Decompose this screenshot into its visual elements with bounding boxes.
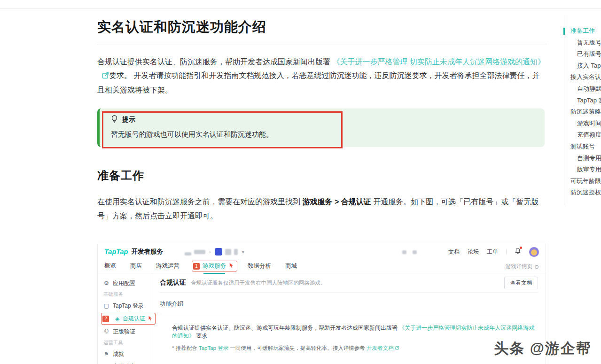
toc-item-test-account[interactable]: 测试账号 (564, 141, 601, 153)
main-content: 实名认证和防沉迷功能介绍 合规认证提供实名认证、防沉迷服务，帮助开发者达成国家新… (97, 8, 547, 364)
step2-highlight-box: 2◈合规认证 (101, 313, 156, 325)
toc-item-integrate-tap[interactable]: 接入 Tap (564, 60, 601, 72)
sidebar-item-achievements: ⚑成就 (103, 348, 152, 360)
tab-store: 商店 (130, 262, 142, 270)
toc-item-recharge-limit[interactable]: 充值额度 (564, 129, 601, 141)
compliance-icon: ◈ (114, 316, 120, 322)
external-link-icon[interactable] (102, 70, 109, 83)
game-app-icon (215, 248, 222, 256)
prep-text-pre: 在使用实名认证和防沉迷服务之前，需要在对应的游戏里找到 (97, 198, 302, 206)
sidebar-item-embedded-moments: ❖内嵌动态 (103, 360, 152, 364)
notice-link[interactable]: 《关于进一步严格管理 切实防止未成年人沉迷网络游戏的通知》 (332, 58, 545, 66)
tip-text: 暂无版号的游戏也可以使用实名认证和防沉迷功能。 (111, 130, 533, 139)
tip-label: 提示 (122, 116, 135, 124)
toc-item-self-test[interactable]: 自测专用 (564, 153, 601, 164)
blurred-block (402, 250, 406, 254)
docs-page: 实名认证和防沉迷功能介绍 合规认证提供实名认证、防沉迷服务，帮助开发者达成国家新… (0, 0, 601, 364)
developer-services-label: 开发者服务 (131, 248, 163, 256)
note-text-mid: 一同使用，可缓解玩家流失，提高转化率。接入详情参考 (228, 345, 367, 351)
copyright-icon: © (103, 328, 109, 335)
preparation-paragraph: 在使用实名认证和防沉迷服务之前，需要在对应的游戏里找到 游戏服务 > 合规认证 … (97, 195, 547, 223)
sidebar-group-operation-tools: 运营工具 (103, 338, 152, 348)
developer-docs-link: 开发者文档 (367, 345, 394, 351)
intro-text-post: 要求。 开发者请按功能指引和开发指南文档规范接入，若恶意绕过防沉迷功能，违反防沉… (97, 71, 539, 94)
tab-mall: 商城 (285, 262, 297, 270)
toc-item-anti-addiction-policy[interactable]: 防沉迷策略 (564, 106, 601, 118)
compliance-subtitle: 合规认证服务仅适用于发售在中国大陆地区的网络游戏。 (191, 279, 326, 287)
console-sidebar: ⚙应用配置 基础服务 ▢TapTap 登录 2◈合规认证 ©正版验证 运营工具 … (98, 273, 152, 364)
small-external-link-icon (394, 345, 399, 351)
tab-game-services: 游戏服务 (203, 262, 226, 270)
forum-link: 论坛 (468, 248, 479, 256)
vertical-divider (506, 249, 507, 255)
intro-text-pre: 合规认证提供实名认证、防沉迷服务，帮助开发者达成国家新闻出版署 (97, 58, 332, 66)
blurred-block (225, 249, 231, 255)
console-header: TapTap 开发者服务 › ▾ 文档 论坛 (98, 244, 546, 259)
tip-callout: 提示 暂无版号的游戏也可以使用实名认证和防沉迷功能。 (97, 108, 545, 147)
sidebar-item-label: TapTap 登录 (113, 302, 144, 310)
sidebar-group-basic-services: 基础服务 (103, 289, 152, 300)
ticket-link: 工单 (487, 248, 498, 256)
game-detail-page-link: 游戏详情页⊙ (506, 263, 539, 270)
tab-data-analysis: 数据分析 (248, 262, 271, 270)
sidebar-item-app-config: ⚙应用配置 (103, 277, 152, 289)
lightbulb-icon (111, 115, 118, 124)
toc-item-playable-age[interactable]: 可玩年龄限 (564, 176, 601, 187)
blurred-header-items (402, 250, 417, 254)
tab-game-operation: 游戏运营 (156, 262, 180, 270)
notification-bell-icon (515, 248, 521, 256)
sidebar-item-label: 应用配置 (113, 279, 135, 287)
step2-badge: 2 (102, 316, 109, 322)
taptap-login-link: TapTap 登录 (199, 345, 228, 351)
feature-text-pre: 合规认证提供实名认证、防沉迷、游戏可玩年龄限制服务，帮助开发者达成国家新闻出版署 (172, 325, 399, 331)
tip-header: 提示 (111, 115, 533, 124)
intro-paragraph: 合规认证提供实名认证、防沉迷服务，帮助开发者达成国家新闻出版署 《关于进一步严格… (97, 55, 547, 97)
console-header-links: 文档 论坛 工单 (448, 247, 539, 257)
toc-item-taptap-realname[interactable]: TapTap 实 (564, 95, 601, 107)
page-title: 实名认证和防沉迷功能介绍 (97, 18, 547, 45)
toc-item-review[interactable]: 版审专用 (564, 164, 601, 176)
avatar (529, 247, 539, 257)
compliance-page-header: 合规认证 合规认证服务仅适用于发售在中国大陆地区的网络游戏。 查看文档 (160, 273, 538, 293)
sidebar-item-label: 正版验证 (113, 328, 135, 336)
toc-item-has-license[interactable]: 已有版号 (564, 48, 601, 60)
console-body: ⚙应用配置 基础服务 ▢TapTap 登录 2◈合规认证 ©正版验证 运营工具 … (98, 273, 546, 364)
blurred-block (413, 250, 417, 254)
toc-item-authorization[interactable]: 防沉迷授权 (564, 187, 601, 199)
toc-item-auto-silent[interactable]: 自动静默 (564, 83, 601, 95)
prep-separator: > (332, 198, 341, 206)
red-cursor-icon (228, 262, 234, 270)
sidebar-item-label: 成就 (113, 350, 124, 358)
section-title-preparation: 准备工作 (97, 168, 547, 183)
gear-icon: ⚙ (103, 280, 109, 287)
feature-text-post: 要求 (195, 333, 207, 339)
toc-item-game-time[interactable]: 游戏时间 (564, 118, 601, 130)
caret-down-icon: ▾ (242, 249, 244, 255)
taptap-logo: TapTap (104, 248, 128, 256)
blurred-game-selector: › ▾ (185, 248, 244, 256)
docs-link: 文档 (448, 248, 460, 256)
feature-paragraph: 合规认证提供实名认证、防沉迷、游戏可玩年龄限制服务，帮助开发者达成国家新闻出版署… (172, 324, 538, 340)
blurred-block (234, 249, 238, 255)
sidebar-item-copyright-verify: ©正版验证 (103, 325, 152, 338)
blurred-block (185, 252, 191, 256)
login-icon: ▢ (103, 302, 109, 309)
toc-sidebar: 准备工作 暂无版号 已有版号 接入 Tap 接入实名认 自动静默 TapTap … (564, 15, 601, 205)
circle-icon: ⊙ (534, 263, 539, 270)
embedded-console-screenshot[interactable]: TapTap 开发者服务 › ▾ 文档 论坛 (97, 244, 546, 364)
prep-bold-game-services: 游戏服务 (302, 198, 332, 206)
prep-bold-compliance: 合规认证 (341, 198, 371, 206)
toc-item-no-license[interactable]: 暂无版号 (564, 37, 601, 49)
view-docs-button: 查看文档 (504, 277, 538, 289)
sidebar-item-taptap-login: ▢TapTap 登录 (103, 300, 152, 312)
toc-item-integrate-realname[interactable]: 接入实名认 (564, 71, 601, 83)
step1-highlight-box: 1 游戏服务 (192, 261, 237, 271)
compliance-title: 合规认证 (160, 279, 186, 287)
blurred-block (194, 250, 205, 254)
toc-item-preparation[interactable]: 准备工作 (564, 25, 601, 37)
feature-note: * 推荐配合 TapTap 登录 一同使用，可缓解玩家流失，提高转化率。接入详情… (172, 345, 538, 352)
feature-intro-title: 功能介绍 (160, 300, 538, 314)
chevron-right-icon: › (209, 249, 211, 255)
step1-badge: 1 (193, 263, 200, 270)
notification-dot (520, 247, 522, 249)
